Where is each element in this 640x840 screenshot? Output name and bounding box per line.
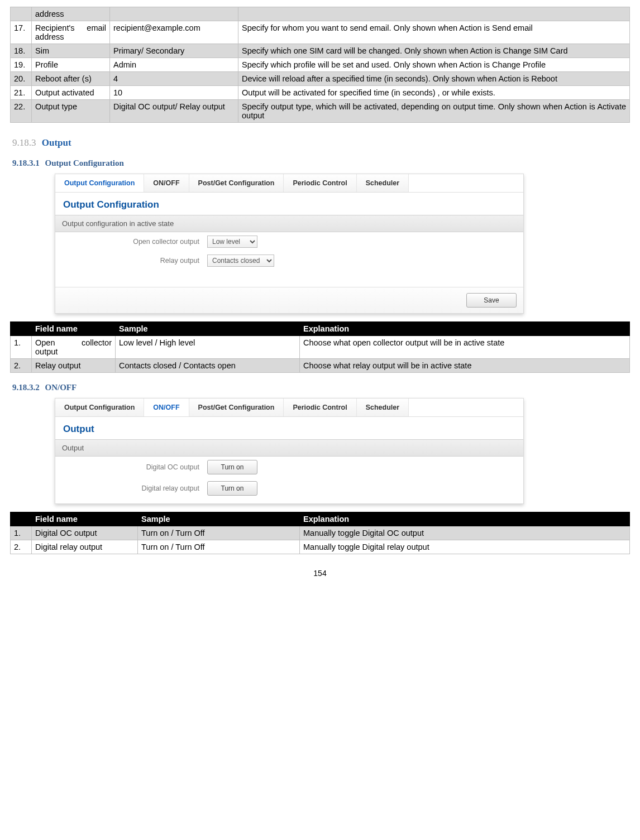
header-explanation: Explanation — [300, 512, 630, 526]
cell-num: 22. — [11, 100, 32, 123]
cell-sample: Turn on / Turn Off — [138, 526, 300, 540]
table-row: 1. Open collector output Low level / Hig… — [11, 336, 630, 359]
header-sample: Sample — [116, 322, 300, 336]
panel-footer: Save — [55, 287, 523, 313]
form-row: Open collector output Low level — [55, 232, 523, 251]
open-collector-output-select[interactable]: Low level — [207, 236, 257, 248]
tab-periodic[interactable]: Periodic Control — [284, 174, 356, 192]
heading-number: 9.18.3.2 — [12, 383, 40, 392]
cell-field: Output type — [32, 100, 110, 123]
cell-sample: Contacts closed / Contacts open — [116, 359, 300, 373]
cell-num: 1. — [11, 336, 32, 359]
panel-subheader: Output configuration in active state — [55, 215, 523, 232]
table-row: 1. Digital OC output Turn on / Turn Off … — [11, 526, 630, 540]
cell-sample: Primary/ Secondary — [110, 44, 238, 58]
heading-onoff: 9.18.3.2 ON/OFF — [12, 383, 630, 392]
cell-num: 1. — [11, 526, 32, 540]
cell-field: Digital relay output — [32, 540, 138, 554]
table-header-row: Field name Sample Explanation — [11, 322, 630, 336]
tab-scheduler[interactable]: Scheduler — [357, 174, 409, 192]
output-configuration-panel: Output Configuration ON/OFF Post/Get Con… — [55, 174, 524, 314]
tab-onoff[interactable]: ON/OFF — [144, 174, 189, 192]
cell-sample: Turn on / Turn Off — [138, 540, 300, 554]
cell-field: Recipient's email address — [32, 21, 110, 44]
relay-output-select[interactable]: Contacts closed — [207, 255, 274, 267]
table-row: 18. Sim Primary/ Secondary Specify which… — [11, 44, 630, 58]
table-row: 17. Recipient's email address recipient@… — [11, 21, 630, 44]
digital-oc-output-toggle[interactable]: Turn on — [207, 460, 257, 474]
panel-subheader: Output — [55, 439, 523, 457]
cell-num: 21. — [11, 86, 32, 100]
tab-postget[interactable]: Post/Get Configuration — [189, 399, 284, 416]
output-config-fields-table: Field name Sample Explanation 1. Open co… — [10, 321, 630, 373]
panel-title: Output — [55, 417, 523, 439]
table-row: 2. Relay output Contacts closed / Contac… — [11, 359, 630, 373]
cell-field: Relay output — [32, 359, 116, 373]
cell-field: Profile — [32, 58, 110, 72]
cell-num: 19. — [11, 58, 32, 72]
tab-periodic[interactable]: Periodic Control — [284, 399, 356, 416]
cell-explain: Manually toggle Digital relay output — [300, 540, 630, 554]
tab-output-configuration[interactable]: Output Configuration — [55, 399, 144, 416]
table-row: 21. Output activated 10 Output will be a… — [11, 86, 630, 100]
cell-explain: Choose what relay output will be in acti… — [300, 359, 630, 373]
cell-num: 18. — [11, 44, 32, 58]
table-row: address — [11, 7, 630, 21]
save-button[interactable]: Save — [466, 293, 517, 308]
table-row: 2. Digital relay output Turn on / Turn O… — [11, 540, 630, 554]
cell-sample: Digital OC output/ Relay output — [110, 100, 238, 123]
heading-text: ON/OFF — [45, 383, 77, 392]
top-parameter-table: address 17. Recipient's email address re… — [10, 7, 630, 123]
cell-sample: Admin — [110, 58, 238, 72]
header-num — [11, 322, 32, 336]
header-fieldname: Field name — [32, 322, 116, 336]
table-header-row: Field name Sample Explanation — [11, 512, 630, 526]
table-row: 20. Reboot after (s) 4 Device will reloa… — [11, 72, 630, 86]
cell-sample: Low level / High level — [116, 336, 300, 359]
tab-postget[interactable]: Post/Get Configuration — [189, 174, 284, 192]
cell-num: 20. — [11, 72, 32, 86]
header-fieldname: Field name — [32, 512, 138, 526]
cell-explain: Choose what open collector output will b… — [300, 336, 630, 359]
form-row: Digital OC output Turn on — [55, 457, 523, 478]
cell-explain: Specify for whom you want to send email.… — [238, 21, 630, 44]
cell-field: Sim — [32, 44, 110, 58]
tab-onoff[interactable]: ON/OFF — [144, 399, 189, 416]
form-row: Digital relay output Turn on — [55, 478, 523, 503]
cell-explain: Specify output type, which will be activ… — [238, 100, 630, 123]
tab-output-configuration[interactable]: Output Configuration — [55, 174, 144, 192]
form-label: Digital relay output — [62, 484, 207, 492]
tab-bar: Output Configuration ON/OFF Post/Get Con… — [55, 399, 523, 417]
cell-explain: Specify which one SIM card will be chang… — [238, 44, 630, 58]
form-label: Relay output — [62, 257, 207, 265]
onoff-panel: Output Configuration ON/OFF Post/Get Con… — [55, 398, 524, 504]
cell-num: 17. — [11, 21, 32, 44]
cell-field: Digital OC output — [32, 526, 138, 540]
cell-sample: 4 — [110, 72, 238, 86]
heading-text: Output Configuration — [45, 159, 124, 167]
header-sample: Sample — [138, 512, 300, 526]
page-number: 154 — [10, 569, 630, 578]
form-label: Digital OC output — [62, 463, 207, 471]
heading-number: 9.18.3.1 — [12, 159, 40, 167]
heading-text: Output — [42, 137, 71, 148]
header-num — [11, 512, 32, 526]
panel-title: Output Configuration — [55, 193, 523, 215]
onoff-fields-table: Field name Sample Explanation 1. Digital… — [10, 512, 630, 554]
header-explanation: Explanation — [300, 322, 630, 336]
form-row: Relay output Contacts closed — [55, 251, 523, 270]
cell-explain: Specify which profile will be set and us… — [238, 58, 630, 72]
cell-num — [11, 7, 32, 21]
table-row: 19. Profile Admin Specify which profile … — [11, 58, 630, 72]
cell-num: 2. — [11, 540, 32, 554]
tab-bar: Output Configuration ON/OFF Post/Get Con… — [55, 174, 523, 193]
cell-field: address — [32, 7, 110, 21]
cell-explain: Device will reload after a specified tim… — [238, 72, 630, 86]
cell-explain — [238, 7, 630, 21]
tab-scheduler[interactable]: Scheduler — [357, 399, 409, 416]
cell-sample: recipient@example.com — [110, 21, 238, 44]
digital-relay-output-toggle[interactable]: Turn on — [207, 481, 257, 496]
cell-field: Output activated — [32, 86, 110, 100]
cell-field: Reboot after (s) — [32, 72, 110, 86]
cell-sample: 10 — [110, 86, 238, 100]
